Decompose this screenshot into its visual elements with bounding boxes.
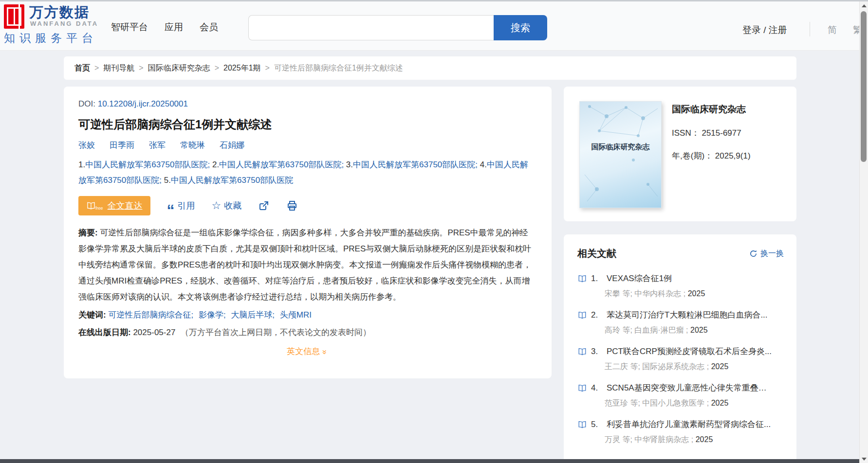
author-list: 张姣 田季雨 张军 常晓琳 石娟娜 <box>78 140 535 151</box>
breadcrumb: 首页 > 期刊导航 > 国际临床研究杂志 > 2025年1期 > 可逆性后部脑病… <box>64 56 796 80</box>
keyword-separator: ; <box>272 310 275 320</box>
share-button[interactable] <box>258 200 270 212</box>
related-item-title: SCN5A基因突变致儿童恶性心律失常重叠综... <box>607 382 772 393</box>
favorite-label: 收藏 <box>224 200 241 212</box>
fulltext-button[interactable]: free 全文直达 <box>78 196 150 215</box>
keyword-separator: ; <box>191 310 193 320</box>
journal-cover[interactable]: 国际临床研究杂志 <box>579 101 662 208</box>
english-info-label: 英文信息 <box>287 347 320 356</box>
open-book-icon <box>577 421 587 428</box>
keyword-link[interactable]: 可逆性后部脑病综合征 <box>108 310 191 320</box>
refresh-related-button[interactable]: 换一换 <box>749 249 784 259</box>
search-bar: 搜索 <box>248 15 547 40</box>
related-item-link[interactable]: 4. SCN5A基因突变致儿童恶性心律失常重叠综... <box>577 382 784 393</box>
author-link[interactable]: 张军 <box>149 140 166 151</box>
related-item-title: VEXAS综合征1例 <box>607 273 672 284</box>
quote-icon: “ <box>167 208 175 213</box>
wanfang-logo-icon <box>4 4 24 29</box>
vertical-scrollbar[interactable] <box>859 1 868 463</box>
affiliation: 5.中国人民解放军第63750部队医院 <box>164 176 293 185</box>
page: 万方数据 WANFANG DATA 知识服务平台 智研平台 应用 会员 搜索 登… <box>0 0 868 463</box>
related-item-index: 5. <box>591 420 603 429</box>
related-item-year: 2025 <box>711 399 729 407</box>
abstract-label: 摘要: <box>78 228 98 237</box>
favorite-button[interactable]: ☆ 收藏 <box>212 200 242 212</box>
related-item-link[interactable]: 3. PCT联合CRP预测经皮肾镜取石术后全身炎... <box>577 346 784 357</box>
lang-simplified-toggle[interactable]: 简 <box>828 24 837 36</box>
affiliation-list: 1.中国人民解放军第63750部队医院; 2.中国人民解放军第63750部队医院… <box>78 157 535 188</box>
related-title: 相关文献 <box>577 247 616 260</box>
author-link[interactable]: 田季雨 <box>110 140 134 151</box>
affiliation-number: 3. <box>346 160 353 169</box>
cite-label: 引用 <box>178 200 195 212</box>
affiliation-separator: ; <box>341 160 346 169</box>
affiliation-link[interactable]: 中国人民解放军第63750部队医院 <box>171 176 293 185</box>
related-item-meta: 万灵 等; 中华肾脏病杂志 ; 2025 <box>605 435 784 445</box>
author-link[interactable]: 常晓琳 <box>180 140 205 151</box>
affiliation-number: 2. <box>212 160 219 169</box>
journal-cover-title: 国际临床研究杂志 <box>580 142 661 152</box>
related-item-journal: 中华内科杂志 ; <box>634 289 685 298</box>
chevron-double-down-icon: » <box>320 350 330 353</box>
related-item-link[interactable]: 1. VEXAS综合征1例 <box>577 273 784 284</box>
affiliation-number: 4. <box>480 160 487 169</box>
breadcrumb-current: 可逆性后部脑病综合征1例并文献综述 <box>274 63 403 73</box>
affiliation-link[interactable]: 中国人民解放军第63750部队医院 <box>219 160 341 169</box>
related-item-authors: 范亚珍 等; <box>605 399 640 407</box>
search-button[interactable]: 搜索 <box>494 15 547 40</box>
login-register-link[interactable]: 登录 / 注册 <box>742 24 787 36</box>
journal-name[interactable]: 国际临床研究杂志 <box>672 103 751 116</box>
affiliation-link[interactable]: 中国人民解放军第63750部队医院 <box>85 160 207 169</box>
cite-button[interactable]: “ 引用 <box>167 200 195 212</box>
nav-item-apps[interactable]: 应用 <box>165 21 183 34</box>
related-item-link[interactable]: 2. 苯达莫司汀治疗T大颗粒淋巴细胞白血病合... <box>577 309 784 321</box>
author-link[interactable]: 石娟娜 <box>220 140 244 151</box>
keyword-link[interactable]: 影像学 <box>199 310 223 320</box>
scrollbar-up-arrow[interactable] <box>860 1 868 10</box>
open-book-icon <box>577 348 587 356</box>
abstract-text: 可逆性后部脑病综合征是一组临床影像学综合征，病因多种多样，大多合并较严重的基础疾… <box>78 228 531 302</box>
wanfang-logo[interactable]: 万方数据 WANFANG DATA 知识服务平台 <box>4 4 98 44</box>
article-title: 可逆性后部脑病综合征1例并文献综述 <box>78 117 535 132</box>
pubdate-label: 在线出版日期: <box>78 328 131 337</box>
affiliation-link[interactable]: 中国人民解放军第63750部队医院 <box>353 160 475 169</box>
scrollbar-thumb[interactable] <box>861 11 867 162</box>
doi-label: DOI: <box>78 99 95 108</box>
related-item: 5. 利妥昔单抗治疗儿童激素耐药型肾病综合征... 万灵 等; 中华肾脏病杂志 … <box>577 419 784 445</box>
nav-item-research-platform[interactable]: 智研平台 <box>111 21 148 34</box>
related-item: 1. VEXAS综合征1例 宋攀 等; 中华内科杂志 ; 2025 <box>577 273 784 299</box>
print-button[interactable] <box>286 200 298 212</box>
breadcrumb-journal[interactable]: 国际临床研究杂志 <box>148 63 210 73</box>
nav-item-membership[interactable]: 会员 <box>200 21 218 34</box>
article-card: DOI: 10.12208/j.ijcr.20250001 可逆性后部脑病综合征… <box>64 87 552 378</box>
breadcrumb-issue[interactable]: 2025年1期 <box>223 63 261 73</box>
related-item-year: 2025 <box>688 289 705 298</box>
volume-value: 2025,9(1) <box>715 151 751 160</box>
related-item-journal: 中华肾脏病杂志 ; <box>634 435 693 444</box>
related-item-link[interactable]: 5. 利妥昔单抗治疗儿童激素耐药型肾病综合征... <box>577 419 784 430</box>
abstract-block: 摘要: 可逆性后部脑病综合征是一组临床影像学综合征，病因多种多样，大多合并较严重… <box>78 225 534 305</box>
affiliation: 2.中国人民解放军第63750部队医院; <box>212 160 346 169</box>
journal-volume-row: 年,卷(期)： 2025,9(1) <box>672 150 751 161</box>
keyword-list: 关键词: 可逆性后部脑病综合征; 影像学; 大脑后半球; 头颅MRI <box>78 309 535 321</box>
article-actions: free 全文直达 “ 引用 ☆ 收藏 <box>78 196 535 216</box>
doi-link[interactable]: 10.12208/j.ijcr.20250001 <box>98 99 188 108</box>
print-icon <box>286 200 298 212</box>
related-item-authors: 宋攀 等; <box>605 289 632 298</box>
keyword-link[interactable]: 头颅MRI <box>280 310 312 320</box>
breadcrumb-separator: > <box>94 64 99 72</box>
logo-subtitle: 知识服务平台 <box>4 32 98 44</box>
author-link[interactable]: 张姣 <box>78 140 95 151</box>
related-item-index: 2. <box>591 310 603 320</box>
affiliation: 1.中国人民解放军第63750部队医院; <box>78 160 212 169</box>
fulltext-label: 全文直达 <box>108 200 143 212</box>
english-info-toggle[interactable]: 英文信息» <box>78 346 535 357</box>
breadcrumb-journal-nav[interactable]: 期刊导航 <box>103 63 134 73</box>
refresh-icon <box>749 249 757 258</box>
search-input[interactable] <box>248 15 494 40</box>
breadcrumb-home[interactable]: 首页 <box>74 63 90 73</box>
related-item-index: 3. <box>591 347 603 356</box>
scrollbar-down-arrow[interactable] <box>860 455 868 463</box>
related-item: 2. 苯达莫司汀治疗T大颗粒淋巴细胞白血病合... 高玲 等; 白血病·淋巴瘤 … <box>577 309 784 336</box>
keyword-link[interactable]: 大脑后半球 <box>231 310 272 320</box>
